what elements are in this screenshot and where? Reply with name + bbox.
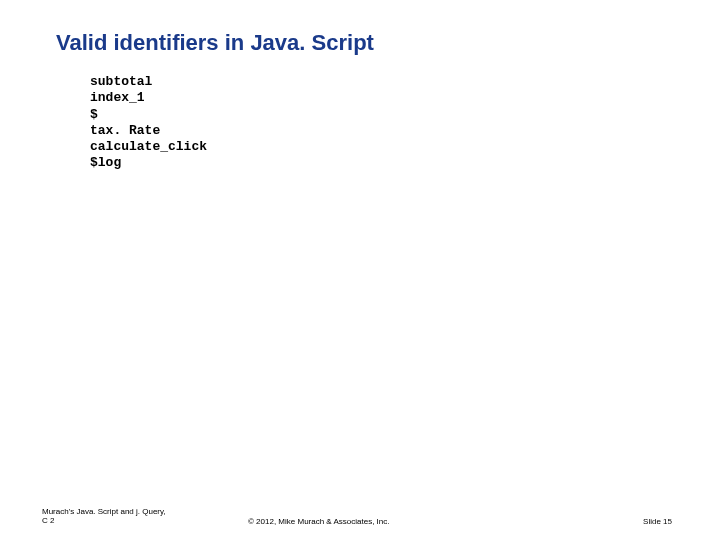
identifier-list: subtotal index_1 $ tax. Rate calculate_c… xyxy=(56,74,670,172)
identifier-item: $log xyxy=(90,155,670,171)
identifier-item: index_1 xyxy=(90,90,670,106)
slide-footer: Murach's Java. Script and j. Query, C 2 … xyxy=(0,507,720,526)
identifier-item: $ xyxy=(90,107,670,123)
slide: Valid identifiers in Java. Script subtot… xyxy=(0,0,720,540)
footer-book-title: Murach's Java. Script and j. Query, xyxy=(42,507,192,517)
footer-left: Murach's Java. Script and j. Query, C 2 xyxy=(42,507,192,526)
footer-slide-number: Slide 15 xyxy=(643,517,672,526)
identifier-item: subtotal xyxy=(90,74,670,90)
identifier-item: calculate_click xyxy=(90,139,670,155)
identifier-item: tax. Rate xyxy=(90,123,670,139)
slide-title: Valid identifiers in Java. Script xyxy=(56,30,670,56)
footer-copyright: © 2012, Mike Murach & Associates, Inc. xyxy=(192,517,643,526)
footer-chapter: C 2 xyxy=(42,516,192,526)
